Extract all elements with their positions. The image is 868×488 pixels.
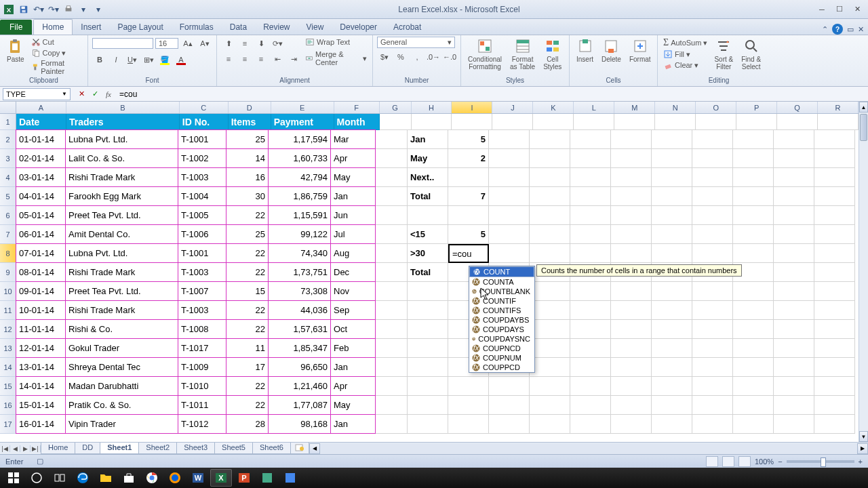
cell[interactable] [489,149,530,168]
data-cell[interactable]: T-1006 [178,224,226,244]
qat-more-icon[interactable]: ▾ [77,3,90,16]
data-cell[interactable]: 17 [226,357,269,377]
name-box[interactable]: TYPE▼ [3,88,71,100]
cell[interactable] [774,377,814,396]
app-icon-1[interactable] [256,469,278,487]
cell[interactable] [489,206,530,225]
cell[interactable] [814,358,855,377]
maximize-button[interactable]: ☐ [831,3,848,16]
data-cell[interactable]: 25 [226,224,269,244]
data-cell[interactable]: T-1011 [178,395,226,415]
cell[interactable] [696,114,736,130]
cell[interactable] [692,377,733,396]
increase-font-icon[interactable]: A▴ [180,37,195,50]
cell[interactable] [408,282,448,301]
data-cell[interactable]: Jul [330,224,376,244]
sort-filter-button[interactable]: Sort & Filter [711,37,736,72]
data-cell[interactable]: 16 [226,167,269,187]
data-cell[interactable]: T-1012 [178,414,226,434]
cell[interactable] [376,225,408,244]
cell[interactable] [570,206,611,225]
cell[interactable] [611,168,652,187]
minimize-button[interactable]: ─ [814,3,830,16]
data-cell[interactable]: T-1005 [178,205,226,225]
cell[interactable] [570,244,611,263]
data-cell[interactable]: 99,122 [268,224,331,244]
scroll-thumb[interactable] [860,114,867,141]
data-cell[interactable]: 44,036 [268,300,331,320]
cell[interactable] [530,396,570,415]
column-header-N[interactable]: N [655,102,696,113]
cell[interactable] [692,225,733,244]
align-right-icon[interactable]: ≡ [254,52,269,66]
align-top-icon[interactable]: ⬆ [221,37,236,50]
data-cell[interactable]: Jan [330,357,376,377]
data-cell[interactable]: 09-01-14 [16,281,66,301]
italic-button[interactable]: I [108,53,123,66]
cell[interactable] [652,187,692,206]
cell[interactable] [376,130,408,149]
print-preview-icon[interactable] [62,3,75,16]
data-cell[interactable]: Rishi Trade Mark [65,167,178,187]
cell[interactable] [692,301,733,320]
cell[interactable] [692,415,733,434]
file-explorer-icon[interactable] [95,469,117,487]
row-header[interactable]: 7 [0,225,16,244]
cell[interactable] [533,114,574,130]
cell[interactable] [376,358,408,377]
undo-icon[interactable]: ↶▾ [33,3,45,16]
side-label[interactable]: Next.. [408,168,448,187]
increase-decimal-icon[interactable]: .0→ [426,50,441,64]
data-cell[interactable]: 15-01-14 [16,395,66,415]
side-label[interactable]: <15 [408,225,448,244]
data-cell[interactable]: Nov [330,281,376,301]
data-cell[interactable]: 22 [226,376,269,396]
cell[interactable] [530,149,570,168]
cell[interactable] [530,225,570,244]
sheet-tab[interactable]: Sheet6 [252,443,291,454]
cell[interactable] [692,320,733,339]
side-label[interactable]: Total [408,263,448,282]
scroll-up-button[interactable]: ▲ [859,102,868,113]
data-cell[interactable]: 28 [226,414,269,434]
data-cell[interactable]: Rishi & Co. [65,319,178,339]
data-cell[interactable]: 04-01-14 [16,186,66,206]
cell[interactable] [814,396,855,415]
cell[interactable] [692,187,733,206]
data-cell[interactable]: T-1001 [178,243,226,263]
cell[interactable] [614,114,655,130]
data-cell[interactable]: 14 [226,148,269,168]
side-value[interactable]: 2 [448,149,489,168]
cell[interactable] [692,339,733,358]
cell[interactable] [408,339,448,358]
data-cell[interactable]: T-1017 [178,338,226,358]
column-header-C[interactable]: C [180,102,229,113]
cell[interactable] [448,206,489,225]
align-center-icon[interactable]: ≡ [237,52,252,66]
data-cell[interactable]: 22 [226,395,269,415]
data-cell[interactable]: 1,15,591 [268,205,331,225]
paste-button[interactable]: Paste [4,37,27,64]
cell[interactable] [774,225,814,244]
data-cell[interactable]: 16-01-14 [16,414,66,434]
cell[interactable] [774,320,814,339]
cell[interactable] [814,263,855,282]
column-header-R[interactable]: R [818,102,859,113]
table-header[interactable]: Payment [271,114,334,130]
column-header-J[interactable]: J [492,102,533,113]
cell[interactable] [530,301,570,320]
cell[interactable] [652,339,692,358]
row-header[interactable]: 3 [0,149,16,168]
fill-color-button[interactable]: 🪣 [157,53,172,66]
cell[interactable] [733,415,774,434]
autocomplete-item[interactable]: fxCOUPNUM [469,353,534,363]
fx-icon[interactable]: fx [103,89,114,100]
data-cell[interactable]: 1,21,460 [268,376,331,396]
cell[interactable] [733,130,774,149]
cell[interactable] [408,358,448,377]
sheet-tab[interactable]: Sheet2 [138,443,177,454]
cell[interactable] [570,339,611,358]
column-header-G[interactable]: G [380,102,412,113]
task-view-icon[interactable] [49,469,71,487]
cell[interactable] [774,206,814,225]
